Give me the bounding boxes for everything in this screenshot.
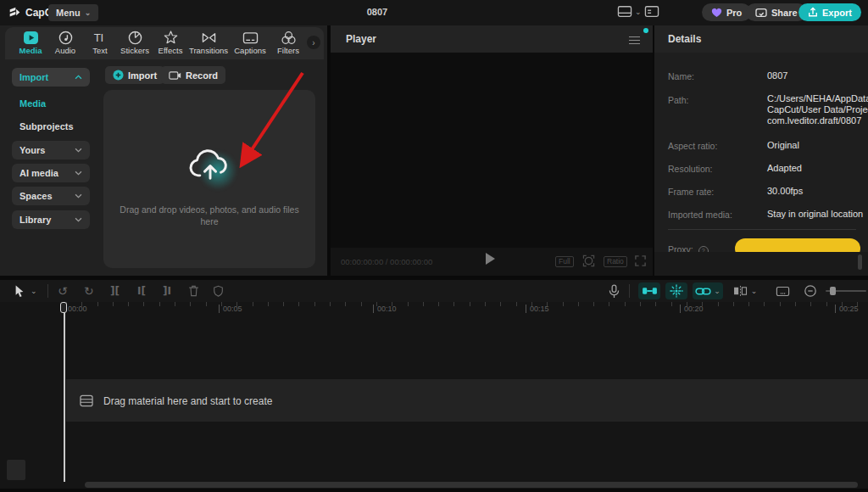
mask-button[interactable] [213, 282, 224, 299]
select-tool-button[interactable] [14, 282, 25, 299]
sidebar-item-library[interactable]: Library [12, 210, 90, 229]
playhead-line[interactable] [64, 302, 65, 482]
menu-button[interactable]: Menu ⌄ [48, 4, 98, 21]
imported-media-value[interactable]: Stay in original location [767, 209, 863, 219]
top-bar: CapCut Menu ⌄ 0807 ⌄ Pro [0, 0, 868, 25]
undo-button[interactable]: ↺ [58, 282, 68, 299]
tab-label: Effects [159, 46, 183, 55]
zoom-out-button[interactable] [804, 282, 817, 299]
aspect-ratio-value[interactable]: Original [767, 140, 799, 150]
chevron-down-icon: ⌄ [635, 8, 642, 16]
quality-full-button[interactable]: Full [555, 256, 574, 267]
chevron-down-icon [75, 171, 82, 176]
tab-media[interactable]: Media [11, 31, 50, 55]
export-label: Export [822, 8, 852, 18]
link-toggle-button[interactable]: ⌄ [693, 282, 723, 299]
empty-track[interactable]: Drag material here and start to create [66, 379, 868, 422]
pro-button[interactable]: Pro [702, 3, 751, 21]
details-scrollbar[interactable] [858, 254, 862, 270]
aspect-ratio-label: Aspect ratio: [668, 141, 717, 151]
chevron-down-icon[interactable]: ⌄ [31, 282, 37, 299]
proxy-highlight-annotation[interactable] [735, 238, 860, 252]
panel-layout-icon [644, 5, 659, 19]
snap-toggle-button[interactable] [638, 282, 660, 299]
chevron-down-icon: ⌄ [85, 9, 92, 17]
details-header: Details [654, 25, 868, 53]
record-icon [169, 70, 181, 81]
record-button[interactable]: Record [161, 66, 225, 84]
share-icon [755, 8, 767, 18]
media-library-panel: Media Audio TI Text [0, 25, 327, 276]
trim-left-button[interactable]: I[ [137, 282, 146, 299]
media-dropzone[interactable]: Drag and drop videos, photos, and audio … [103, 90, 315, 268]
tab-text[interactable]: TI Text [81, 31, 120, 55]
timeline-toolbar: ⌄ ↺ ↻ ][ I[ ]I [0, 280, 868, 302]
share-button[interactable]: Share [746, 3, 807, 21]
import-label: Import [128, 70, 157, 81]
timeline-view-icon [776, 285, 790, 298]
zoom-slider-handle[interactable] [830, 287, 836, 295]
voiceover-button[interactable] [609, 282, 620, 299]
info-icon[interactable]: ? [698, 246, 709, 252]
media-clip-icon [80, 394, 93, 407]
tab-filters[interactable]: Filters [269, 31, 308, 55]
tab-captions[interactable]: Captions [231, 31, 270, 55]
player-menu-icon[interactable] [629, 34, 640, 47]
play-button[interactable] [486, 253, 495, 265]
dropzone-hint-line1: Drag and drop videos, photos, and audio … [112, 204, 307, 215]
fullscreen-icon[interactable] [634, 254, 647, 267]
timeline-ruler[interactable] [66, 302, 868, 306]
panel-layout-button[interactable] [644, 5, 659, 19]
transitions-icon [201, 31, 217, 45]
sidebar-item-spaces[interactable]: Spaces [12, 187, 90, 205]
timeline-horizontal-scrollbar[interactable] [85, 482, 858, 488]
preview-axis-toggle-button[interactable] [665, 282, 687, 299]
tab-transitions[interactable]: Transitions [189, 31, 228, 55]
chevron-down-icon: ⌄ [714, 288, 721, 295]
tab-stickers[interactable]: Stickers [115, 31, 154, 55]
details-body: Name: 0807 Path: C:/Users/NEHA/AppData/ … [654, 53, 868, 252]
timeline-view-button[interactable] [776, 282, 790, 299]
layout-toggle-button[interactable]: ⌄ [617, 5, 642, 19]
playhead-handle[interactable] [60, 302, 67, 313]
shield-icon [213, 285, 224, 297]
sidebar-item-media[interactable]: Media [12, 94, 90, 113]
media-icon [23, 31, 39, 45]
proxy-label: Proxy: ? [668, 244, 709, 252]
chevron-down-icon [75, 193, 82, 198]
tabs-overflow-button[interactable]: › [307, 36, 320, 49]
sidebar-item-label: Import [19, 72, 48, 82]
timeline-area[interactable]: 00:00 00:05 00:10 00:15 00:20 00:25 Drag… [0, 302, 868, 489]
divider [668, 229, 856, 230]
ratio-button[interactable]: Ratio [604, 256, 627, 267]
resolution-value[interactable]: Adapted [767, 163, 802, 173]
details-title: Details [668, 33, 701, 45]
frame-rate-value[interactable]: 30.00fps [767, 186, 803, 196]
name-label: Name: [668, 71, 694, 81]
tab-label: Media [19, 46, 42, 55]
effects-icon [163, 31, 179, 45]
player-timecode: 00:00:00:00 / 00:00:00:00 [341, 257, 432, 266]
import-button[interactable]: Import [105, 66, 164, 84]
redo-button[interactable]: ↻ [84, 282, 94, 299]
mirror-tool-button[interactable]: ⌄ [731, 282, 760, 299]
delete-button[interactable] [188, 282, 199, 299]
ruler-label: 00:20 [680, 305, 704, 313]
trim-right-button[interactable]: ]I [163, 282, 171, 299]
snap-magnet-icon [642, 285, 658, 297]
export-button[interactable]: Export [798, 3, 861, 21]
player-header: Player [331, 25, 653, 53]
player-controls: 00:00:00:00 / 00:00:00:00 Full Ratio [331, 248, 653, 276]
chevron-down-icon: ⌄ [751, 288, 758, 295]
sidebar-item-ai-media[interactable]: AI media [12, 164, 90, 182]
pixel-zoom-icon[interactable] [582, 254, 595, 267]
sidebar-item-import[interactable]: Import [12, 68, 90, 87]
sidebar-item-yours[interactable]: Yours [12, 141, 90, 159]
sidebar-item-subprojects[interactable]: Subprojects [12, 117, 90, 136]
tab-audio[interactable]: Audio [46, 31, 85, 55]
capcut-logo-icon [8, 6, 21, 19]
sidebar-item-label: Yours [19, 145, 45, 155]
split-button[interactable]: ][ [110, 282, 120, 299]
tab-effects[interactable]: Effects [151, 31, 190, 55]
tab-label: Filters [277, 46, 299, 55]
